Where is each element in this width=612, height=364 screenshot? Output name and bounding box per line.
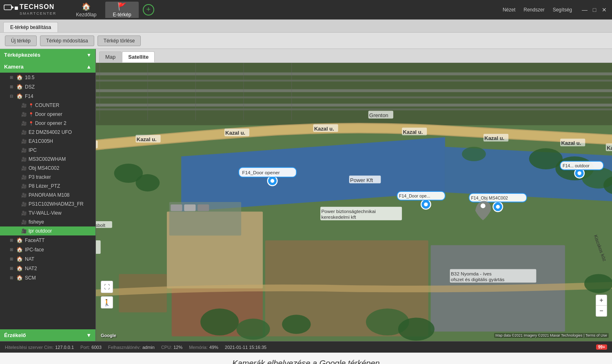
cam-icon-fisheye: 🎥 <box>21 220 27 225</box>
svg-rect-21 <box>171 204 182 211</box>
zoom-in-button[interactable]: + <box>596 295 607 306</box>
tree-item-nat[interactable]: ⊞ 🏠 NAT <box>0 254 95 264</box>
expand-icon-ipcface: ⊞ <box>10 247 16 252</box>
tree-item-lpr-outdoor[interactable]: 🎥 lpr outdoor <box>0 226 95 235</box>
tree-item-counter[interactable]: 🎥 📍 COUNTER <box>0 101 95 110</box>
menu-segitseg[interactable]: Segítség <box>550 5 575 14</box>
subtab-eterkep-beallitasa[interactable]: E-térkép beállítása <box>3 22 58 32</box>
port-label: Port: <box>80 345 90 350</box>
menu-nezet[interactable]: Nézet <box>499 5 519 14</box>
mem-label: Memória: <box>189 345 208 350</box>
svg-text:kereskedelmi kft: kereskedelmi kft <box>322 214 357 220</box>
map-tab-satellite[interactable]: Satellite <box>122 51 155 62</box>
tree-item-e2dmz[interactable]: 🎥 E2 DMZ64002 UFO <box>0 128 95 137</box>
notification-badge[interactable]: 99+ <box>596 344 607 350</box>
svg-text:B32 Nyomda - íves: B32 Nyomda - íves <box>451 271 492 276</box>
dot-icon-door-opener: 📍 <box>29 112 33 117</box>
tab-eterkep[interactable]: 🚩 E-térkép <box>105 2 138 18</box>
svg-text:F14_Door ope...: F14_Door ope... <box>399 193 430 198</box>
google-watermark: Google <box>101 333 116 338</box>
tree-item-tvwall[interactable]: 🎥 TV-WALL-View <box>0 209 95 218</box>
street-view-button[interactable]: 🚶 <box>101 296 113 309</box>
edit-map-button[interactable]: Térkép módosítása <box>40 36 94 46</box>
svg-rect-22 <box>184 204 195 211</box>
tree-item-fisheye[interactable]: 🎥 fisheye <box>0 218 95 226</box>
tree-item-ipcface[interactable]: ⊞ 🏠 IPC-face <box>0 245 95 254</box>
tree-item-dsz[interactable]: ⊞ 🏠 DSZ <box>0 82 95 91</box>
new-map-button[interactable]: Új térkép <box>5 36 37 46</box>
tree-item-panorama[interactable]: 🎥 PANORAMA M108 <box>0 191 95 200</box>
svg-point-38 <box>282 315 311 334</box>
tree-item-f14[interactable]: ⊟ 🏠 F14 <box>0 91 95 101</box>
window-controls: — □ ✕ <box>580 5 609 14</box>
zoom-controls: + − <box>596 295 607 317</box>
tree-item-door-opener[interactable]: 🎥 📍 Door opener <box>0 110 95 119</box>
logo-text: TECHSON SMARTCENTER <box>20 3 56 16</box>
kamera-label: Kamera <box>4 64 24 70</box>
titlebar-right: Nézet Rendszer Segítség — □ ✕ <box>499 5 609 14</box>
svg-rect-71 <box>96 240 101 254</box>
svg-text:Grenton: Grenton <box>369 112 388 118</box>
add-tab-button[interactable]: + <box>143 4 154 16</box>
menu-rendszer[interactable]: Rendszer <box>520 5 548 14</box>
cam-icon-panorama: 🎥 <box>21 193 27 198</box>
minimize-button[interactable]: — <box>580 5 589 14</box>
label-p3tracker: P3 tracker <box>29 174 51 180</box>
tree-item-door-opener2[interactable]: 🎥 📍 Door opener 2 <box>0 119 95 128</box>
map-tab-map[interactable]: Map <box>99 51 122 62</box>
svg-text:F14_Obj MS4C002: F14_Obj MS4C002 <box>471 195 508 200</box>
svg-text:F14_Door opener: F14_Door opener <box>242 170 280 175</box>
label-p8lezer: P8 Lézer_PTZ <box>29 183 60 189</box>
svg-point-29 <box>135 174 160 191</box>
map-copyright: Map data ©2021 Imagery ©2021 Maxar Techn… <box>494 333 609 338</box>
tree-item-nat2[interactable]: ⊞ 🏠 NAT2 <box>0 264 95 273</box>
label-nat2: NAT2 <box>25 266 37 271</box>
caption: Kamerák elhelyezése a Google térképen <box>0 353 612 364</box>
kamera-arrow: ▲ <box>86 64 91 70</box>
label-fisheye: fisheye <box>29 219 44 225</box>
app-logo <box>3 2 20 18</box>
maximize-button[interactable]: □ <box>590 5 599 14</box>
svg-rect-3 <box>15 7 18 10</box>
status-port: Port: 6003 <box>80 345 102 350</box>
sidebar-section-kamera[interactable]: Kamera ▲ <box>0 61 95 73</box>
brand-name: TECHSON <box>20 3 56 11</box>
svg-text:Kazal u.: Kazal u. <box>225 130 245 136</box>
expand-icon-nat: ⊞ <box>10 257 16 261</box>
home-icon-scm: 🏠 <box>16 275 23 281</box>
svg-text:Kazal u.: Kazal u. <box>607 145 612 151</box>
close-button[interactable]: ✕ <box>600 5 609 14</box>
zoom-out-button[interactable]: − <box>596 306 607 316</box>
tab-kezdolap[interactable]: 🏠 Kezdőlap <box>69 2 104 18</box>
sidebar-section-erzekelo[interactable]: Érzékelő ▼ <box>0 329 95 341</box>
fullscreen-button[interactable]: ⛶ <box>101 281 113 293</box>
sidebar-section-terkepkezeles[interactable]: Térképkezelés ▼ <box>0 49 95 61</box>
erzekelo-arrow: ▼ <box>86 332 91 338</box>
tree-item-ps1c102[interactable]: 🎥 PS1C102WHADMZ3_FR <box>0 200 95 209</box>
cam-icon-tvwall: 🎥 <box>21 211 27 216</box>
tree-item-p3tracker[interactable]: 🎥 P3 tracker <box>0 173 95 182</box>
delete-map-button[interactable]: Térkép törlése <box>98 36 141 46</box>
map-tabs: Map Satellite <box>96 49 612 63</box>
svg-point-37 <box>236 319 270 340</box>
svg-text:Power biztonságtechnikai: Power biztonságtechnikai <box>322 209 376 214</box>
home-icon-dsz: 🏠 <box>16 84 23 90</box>
tree-item-scm[interactable]: ⊞ 🏠 SCM <box>0 273 95 282</box>
tree-item-ipc[interactable]: 🎥 IPC <box>0 146 95 155</box>
tree-item-faceatt[interactable]: ⊞ 🏠 FaceATT <box>0 235 95 245</box>
server-label: Hitelesítési szerver Cím: <box>5 345 53 350</box>
tree-item-ms3c002wham[interactable]: 🎥 MS3C002WHAM <box>0 155 95 164</box>
expand-icon-scm: ⊞ <box>10 275 16 280</box>
svg-rect-7 <box>96 80 612 82</box>
tree-item-p8lezer[interactable]: 🎥 P8 Lézer_PTZ <box>0 182 95 191</box>
tree-item-ea1c005h[interactable]: 🎥 EA1C005H <box>0 137 95 146</box>
home-icon-105: 🏠 <box>16 74 23 80</box>
tree-item-105[interactable]: ⊞ 🏠 10.5 <box>0 73 95 82</box>
svg-rect-11 <box>96 109 612 111</box>
home-icon-faceatt: 🏠 <box>16 237 23 243</box>
cam-icon-door-opener: 🎥 <box>21 112 27 117</box>
svg-text:Kazal u.: Kazal u. <box>484 135 504 141</box>
tree-item-objms4c002[interactable]: 🎥 Obj MS4C002 <box>0 164 95 173</box>
label-objms4c002: Obj MS4C002 <box>29 165 59 171</box>
cam-icon-ea1c005h: 🎥 <box>21 139 27 144</box>
